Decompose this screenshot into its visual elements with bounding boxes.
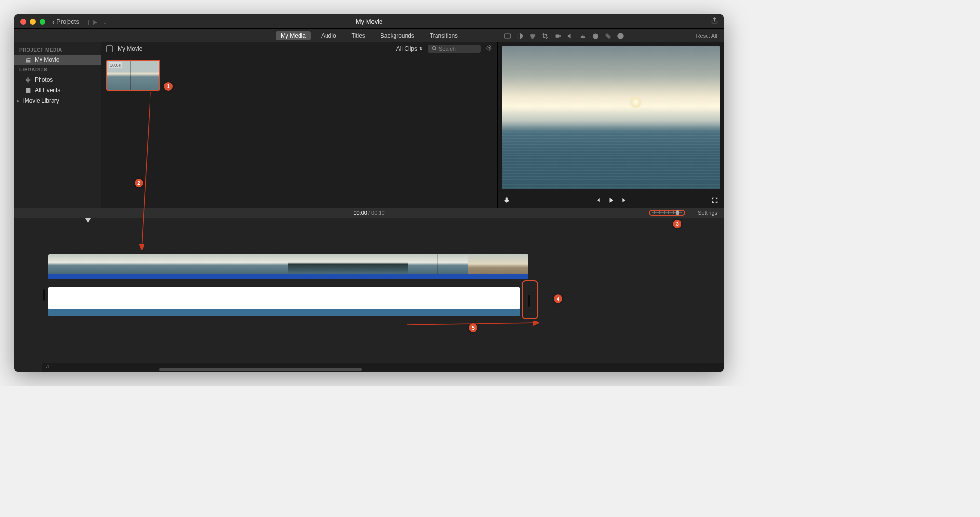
annotation-arrows bbox=[14, 14, 724, 372]
annotation-badge-2: 2 bbox=[135, 179, 143, 187]
svg-line-19 bbox=[142, 92, 150, 249]
annotation-badge-3: 3 bbox=[673, 220, 681, 228]
annotation-badge-5: 5 bbox=[469, 323, 477, 332]
imovie-window: Projects ▤▸ ↓ My Movie My Media Audio Ti… bbox=[14, 14, 724, 372]
annotation-badge-1: 1 bbox=[164, 82, 173, 91]
annotation-badge-4: 4 bbox=[554, 294, 562, 303]
